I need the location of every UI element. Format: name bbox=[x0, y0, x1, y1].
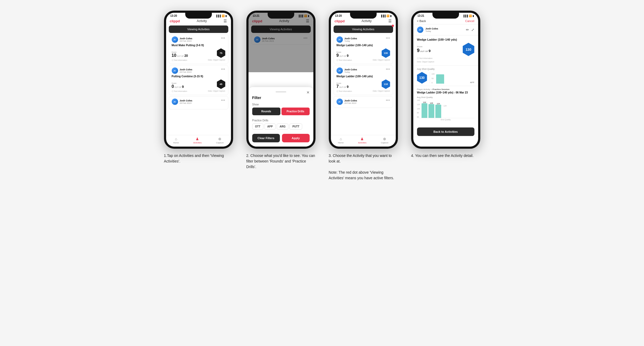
practice-drills-label: Practice Drills bbox=[252, 119, 310, 122]
avatar-2: JC bbox=[172, 67, 178, 74]
back-bar: < Back Cancel bbox=[413, 18, 478, 24]
caption-2: 2. Choose what you'd like to see. You ca… bbox=[246, 153, 315, 170]
back-activities-btn[interactable]: Back to Activities bbox=[417, 127, 474, 136]
card-title-2: Putting Combine (3-15 ft) bbox=[172, 75, 225, 78]
activities-icon-1: ♟ bbox=[196, 137, 199, 141]
user-name-1: Josh Coles bbox=[180, 37, 192, 40]
card-stats-1: Score 10 OUT OF 20 75 bbox=[172, 48, 225, 58]
phone-1-column: 13:20 ▐▐▐ 🛜 ▮ clippd Activity ☰ Viewing … bbox=[161, 11, 236, 164]
tag-arg[interactable]: ARG bbox=[277, 123, 288, 130]
bar-item-2: 129 bbox=[428, 102, 434, 118]
user-info-3: Josh Coles 28 Feb 2023 bbox=[180, 99, 192, 104]
home-icon-1: ⌂ bbox=[175, 137, 177, 141]
activity-card-3-partial: JC Josh Coles 28 Feb 2023 ••• bbox=[334, 96, 393, 108]
status-icons-3: ▐▐▐ 🛜 ▮ bbox=[380, 15, 391, 17]
avg-score-hex: 130 bbox=[417, 72, 427, 84]
expand-icon[interactable]: ⤢ bbox=[471, 28, 474, 32]
detail-user-row: JC Josh Coles Today ✏ ⤢ bbox=[413, 24, 478, 35]
card-header-2: JC Josh Coles 28 Feb 2023 ••• bbox=[172, 67, 225, 74]
phone-3-column: 13:20 ▐▐▐ 🛜 ▮ clippd Activity ☰ Viewing … bbox=[326, 11, 401, 181]
status-icons-4: ▐▐▐ 🛜 ▮ bbox=[463, 15, 474, 17]
nav-activities-3[interactable]: ♟ Activities bbox=[358, 137, 367, 144]
filter-actions: Clear Filters Apply bbox=[252, 134, 310, 142]
phones-container: 13:20 ▐▐▐ 🛜 ▮ clippd Activity ☰ Viewing … bbox=[161, 11, 483, 181]
card-title-1: Must Make Putting (3-6 ft) bbox=[172, 44, 225, 47]
red-dot-3 bbox=[392, 25, 394, 27]
nav-activities-1[interactable]: ♟ Activities bbox=[193, 137, 202, 144]
modal-overlay bbox=[249, 13, 313, 72]
rounds-btn[interactable]: Rounds bbox=[252, 108, 280, 115]
close-icon[interactable]: ✕ bbox=[306, 90, 310, 95]
user-info-2: Josh Coles 28 Feb 2023 bbox=[180, 68, 192, 73]
detail-scores-section: Wedge Ladder (100–140 yds) Score 9 OUT O… bbox=[413, 35, 478, 66]
viewing-banner-text-3: Viewing Activities bbox=[352, 28, 374, 31]
phone-4-screen: 13:21 ▐▐▐ 🛜 ▮ < Back Cancel JC bbox=[413, 13, 478, 147]
phone-notch-4 bbox=[432, 13, 459, 19]
phone-2-column: 13:21 ▐▐▐ 🛜 ▮ clippd Activity ☰ Viewing … bbox=[244, 11, 318, 170]
activity-card-2[interactable]: JC Josh Coles 28 Feb 2023 ••• Putting Co… bbox=[169, 65, 228, 95]
nav-capture-3[interactable]: ⊕ Capture bbox=[381, 137, 388, 144]
phone-4-column: 13:21 ▐▐▐ 🛜 ▮ < Back Cancel JC bbox=[409, 11, 483, 159]
phone-1-screen: 13:20 ▐▐▐ 🛜 ▮ clippd Activity ☰ Viewing … bbox=[166, 13, 231, 147]
logo-3: clippd bbox=[335, 19, 345, 23]
status-time-3: 13:20 bbox=[335, 14, 342, 17]
stat-score-1: Score 10 OUT OF 20 bbox=[172, 51, 188, 58]
avatar-4: JC bbox=[417, 27, 423, 33]
activity-card-1[interactable]: JC Josh Coles 28 Feb 2023 ••• Must Make … bbox=[169, 34, 228, 64]
menu-icon-1[interactable]: ☰ bbox=[224, 19, 227, 23]
wifi-icon: 🛜 bbox=[222, 15, 225, 17]
bar-item-3: 124 ···· 124 bbox=[435, 103, 441, 118]
user-date-1: 28 Feb 2023 bbox=[180, 40, 192, 42]
user-name-2: Josh Coles bbox=[180, 68, 192, 71]
phone-2: 13:21 ▐▐▐ 🛜 ▮ clippd Activity ☰ Viewing … bbox=[246, 11, 315, 149]
chart-label: APP bbox=[470, 81, 474, 84]
phone-4: 13:21 ▐▐▐ 🛜 ▮ < Back Cancel JC bbox=[411, 11, 480, 149]
nav-home-1[interactable]: ⌂ Home bbox=[173, 137, 179, 144]
shot-quality-2: 45 bbox=[217, 79, 225, 89]
bottom-nav-1: ⌂ Home ♟ Activities ⊕ Capture bbox=[166, 135, 231, 147]
activity-card-3-1[interactable]: JC Josh Coles Today ••• Wedge Ladder (10… bbox=[334, 34, 393, 64]
avatar-3: JC bbox=[172, 99, 178, 105]
battery-icon: ▮ bbox=[225, 15, 227, 17]
avatar-3-2: JC bbox=[336, 67, 343, 74]
card-user-2: JC Josh Coles 28 Feb 2023 bbox=[172, 67, 192, 74]
phone-3: 13:20 ▐▐▐ 🛜 ▮ clippd Activity ☰ Viewing … bbox=[329, 11, 398, 149]
practice-drills-btn[interactable]: Practice Drills bbox=[281, 108, 310, 115]
card-header-1: JC Josh Coles 28 Feb 2023 ••• bbox=[172, 36, 225, 43]
cancel-button[interactable]: Cancel bbox=[465, 19, 474, 23]
status-icons-1: ▐▐▐ 🛜 ▮ bbox=[216, 15, 226, 17]
activity-card-3-2[interactable]: JC Josh Coles Today ••• Wedge Ladder (10… bbox=[334, 65, 393, 95]
stat-score-2: Score 0 OUT OF 9 bbox=[172, 82, 184, 89]
tag-putt[interactable]: PUTT bbox=[289, 123, 302, 130]
avatar-1: JC bbox=[172, 36, 178, 43]
chart-bar bbox=[436, 74, 444, 84]
card-dots-1[interactable]: ••• bbox=[221, 36, 225, 40]
nav-capture-1[interactable]: ⊕ Capture bbox=[216, 137, 224, 144]
apply-btn[interactable]: Apply bbox=[282, 134, 310, 142]
viewing-banner-text-1: Viewing Activities bbox=[187, 28, 209, 31]
avatar-3-1: JC bbox=[336, 36, 343, 43]
shot-quality-3-2: 118 bbox=[382, 79, 390, 89]
card-user-1: JC Josh Coles 28 Feb 2023 bbox=[172, 36, 192, 43]
nav-home-3[interactable]: ⌂ Home bbox=[338, 137, 344, 144]
status-time-1: 13:20 bbox=[170, 14, 177, 17]
status-time-4: 13:21 bbox=[418, 14, 424, 17]
edit-icon[interactable]: ✏ bbox=[466, 28, 469, 32]
card-stats-2: Score 0 OUT OF 9 45 bbox=[172, 79, 225, 89]
card-dots-2[interactable]: ••• bbox=[221, 67, 225, 71]
viewing-banner-3[interactable]: Viewing Activities bbox=[334, 25, 393, 33]
phone-2-screen: 13:21 ▐▐▐ 🛜 ▮ clippd Activity ☰ Viewing … bbox=[249, 13, 313, 147]
logo-1: clippd bbox=[170, 19, 180, 23]
menu-icon-3[interactable]: ☰ bbox=[388, 19, 392, 23]
tag-app[interactable]: APP bbox=[264, 123, 276, 130]
card-footer-1: ⓘ Test Information Data: Clippd Capture bbox=[172, 59, 225, 62]
activity-card-3-partial[interactable]: JC Josh Coles 28 Feb 2023 ••• bbox=[169, 96, 228, 109]
back-button[interactable]: < Back bbox=[417, 19, 426, 23]
viewing-banner-1[interactable]: Viewing Activities bbox=[169, 25, 228, 33]
phone-1: 13:20 ▐▐▐ 🛜 ▮ clippd Activity ☰ Viewing … bbox=[164, 11, 233, 149]
shot-quality-3-1: 130 bbox=[382, 48, 390, 58]
signal-icon: ▐▐▐ bbox=[216, 15, 221, 17]
card-footer-2: ⓘ Test Information Data: Clippd Capture bbox=[172, 90, 225, 93]
clear-filters-btn[interactable]: Clear Filters bbox=[252, 134, 280, 142]
tag-ott[interactable]: OTT bbox=[252, 123, 263, 130]
